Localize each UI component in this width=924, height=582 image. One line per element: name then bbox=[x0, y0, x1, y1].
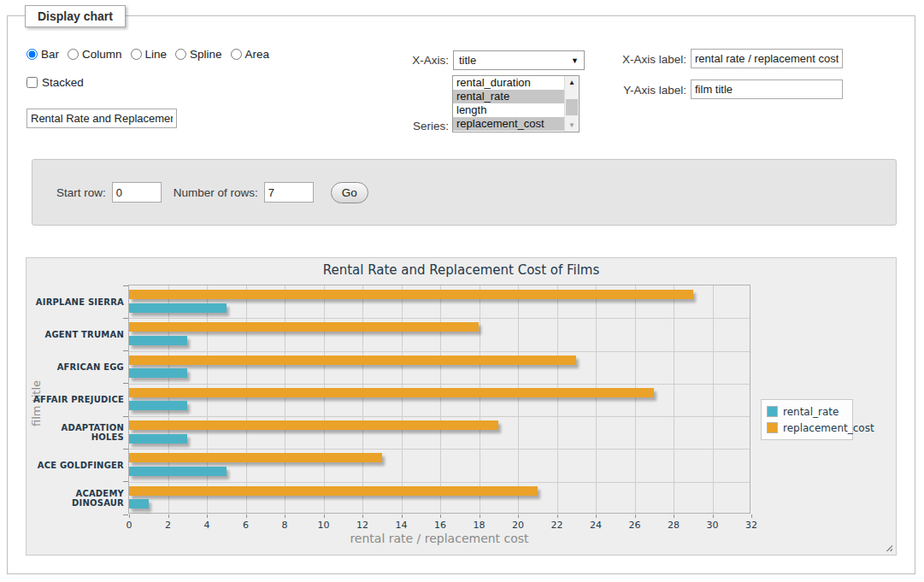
gridline-vertical bbox=[207, 285, 208, 513]
gridline-vertical bbox=[635, 285, 636, 513]
gridline-horizontal bbox=[129, 384, 750, 385]
chart-type-option-area[interactable]: Area bbox=[231, 48, 270, 61]
x-tick-label: 20 bbox=[505, 520, 531, 531]
chart-type-label-bar: Bar bbox=[41, 48, 59, 61]
x-tick-mark bbox=[518, 514, 519, 518]
bar-replacement_cost bbox=[129, 388, 654, 397]
chart-type-option-line[interactable]: Line bbox=[131, 48, 168, 61]
gridline-vertical bbox=[596, 285, 597, 513]
series-option-replacement_cost[interactable]: replacement_cost bbox=[453, 117, 564, 131]
start-row-input[interactable] bbox=[112, 182, 162, 203]
fieldset-legend: Display chart bbox=[25, 5, 126, 27]
chart-legend: rental_ratereplacement_cost bbox=[761, 399, 853, 440]
num-rows-input[interactable] bbox=[264, 182, 314, 203]
chart-title-input[interactable] bbox=[26, 109, 177, 128]
gridline-vertical bbox=[324, 285, 325, 513]
x-tick-mark bbox=[362, 514, 363, 518]
x-tick-label: 28 bbox=[661, 520, 686, 531]
bar-rental_rate bbox=[129, 401, 187, 410]
bar-replacement_cost bbox=[129, 420, 498, 430]
gridline-horizontal bbox=[129, 318, 750, 319]
chart-type-radio-column[interactable] bbox=[68, 49, 79, 60]
gridline-vertical bbox=[674, 285, 674, 513]
chart-type-option-column[interactable]: Column bbox=[68, 48, 122, 61]
category-label: AIRPLANE SIERRA bbox=[28, 285, 124, 318]
bar-replacement_cost bbox=[129, 322, 479, 332]
stacked-label: Stacked bbox=[42, 76, 84, 89]
x-tick-mark bbox=[129, 514, 130, 518]
gridline-vertical bbox=[713, 285, 714, 513]
x-tick-label: 18 bbox=[467, 520, 492, 531]
chart-type-label-column: Column bbox=[82, 48, 122, 61]
bar-replacement_cost bbox=[129, 486, 538, 496]
x-tick-label: 4 bbox=[194, 520, 220, 531]
x-tick-mark bbox=[557, 514, 558, 518]
series-option-length[interactable]: length bbox=[453, 103, 564, 117]
gridline-vertical bbox=[285, 285, 285, 513]
x-axis-select[interactable]: title ▼ bbox=[453, 50, 585, 70]
x-tick-label: 14 bbox=[389, 520, 415, 531]
x-tick-label: 22 bbox=[544, 520, 570, 531]
y-axis-label-input[interactable] bbox=[691, 79, 843, 99]
chart-type-radio-spline[interactable] bbox=[175, 49, 186, 60]
chart-type-label-spline: Spline bbox=[190, 48, 222, 61]
dropdown-arrow-icon: ▼ bbox=[571, 56, 579, 65]
resize-handle-icon[interactable] bbox=[884, 543, 892, 551]
gridline-horizontal bbox=[129, 482, 750, 483]
bar-replacement_cost bbox=[129, 290, 693, 299]
bar-rental_rate bbox=[129, 368, 187, 378]
series-label-text: Series: bbox=[392, 120, 449, 132]
category-label: ACE GOLDFINGER bbox=[28, 449, 124, 481]
bar-rental_rate bbox=[129, 499, 149, 509]
x-tick-label: 12 bbox=[350, 520, 375, 531]
chart-type-radio-line[interactable] bbox=[131, 49, 142, 60]
x-tick-mark bbox=[285, 514, 285, 518]
gridline-vertical bbox=[168, 285, 169, 513]
display-chart-fieldset: Display chart BarColumnLineSplineArea St… bbox=[7, 15, 915, 574]
x-tick-mark bbox=[246, 514, 247, 518]
start-row-label: Start row: bbox=[56, 186, 106, 199]
x-axis-label-input[interactable] bbox=[691, 49, 843, 68]
legend-swatch-rental_rate bbox=[767, 406, 778, 417]
gridline-vertical bbox=[362, 285, 363, 513]
scrollbar-thumb[interactable] bbox=[566, 99, 578, 115]
chart-type-option-bar[interactable]: Bar bbox=[26, 48, 59, 61]
x-tick-mark bbox=[324, 514, 325, 518]
chart-type-label-area: Area bbox=[245, 48, 270, 61]
scroll-down-icon[interactable]: ▼ bbox=[565, 119, 579, 132]
go-button[interactable]: Go bbox=[331, 182, 368, 203]
chart-type-radio-area[interactable] bbox=[231, 49, 242, 60]
scroll-up-icon[interactable]: ▲ bbox=[565, 76, 579, 89]
x-tick-mark bbox=[402, 514, 403, 518]
category-label: ACADEMY DINOSAUR bbox=[28, 482, 124, 514]
x-tick-label: 30 bbox=[700, 520, 726, 531]
x-tick-label: 8 bbox=[272, 520, 297, 531]
chart-type-radio-bar[interactable] bbox=[26, 49, 38, 60]
legend-item-replacement_cost: replacement_cost bbox=[767, 420, 847, 436]
x-tick-label: 26 bbox=[622, 520, 648, 531]
stacked-checkbox[interactable] bbox=[26, 77, 38, 88]
chart-type-option-spline[interactable]: Spline bbox=[175, 48, 222, 61]
chart-x-axis-name: rental rate / replacement cost bbox=[128, 532, 750, 545]
series-option-rental_rate[interactable]: rental_rate bbox=[453, 90, 564, 103]
x-tick-label: 2 bbox=[156, 520, 181, 531]
x-tick-mark bbox=[168, 514, 169, 518]
x-tick-mark bbox=[440, 514, 441, 518]
series-option-rental_duration[interactable]: rental_duration bbox=[453, 76, 564, 90]
legend-label-replacement_cost: replacement_cost bbox=[783, 422, 874, 434]
gridline-horizontal bbox=[129, 449, 750, 450]
legend-swatch-replacement_cost bbox=[767, 422, 778, 433]
x-tick-mark bbox=[674, 514, 674, 518]
bar-rental_rate bbox=[129, 336, 187, 345]
x-tick-label: 32 bbox=[739, 520, 764, 531]
rows-panel: Start row: Number of rows: Go bbox=[32, 159, 897, 226]
x-axis-label-field-label: X-Axis label: bbox=[611, 53, 686, 66]
chart-type-radios: BarColumnLineSplineArea bbox=[26, 48, 269, 61]
stacked-option[interactable]: Stacked bbox=[26, 76, 84, 89]
plot-area: 02468101214161820222426283032AIRPLANE SI… bbox=[128, 285, 750, 514]
chart-type-label-line: Line bbox=[145, 48, 168, 61]
chart-container: Rental Rate and Replacement Cost of Film… bbox=[26, 257, 897, 556]
listbox-scrollbar[interactable]: ▲ ▼ bbox=[564, 76, 579, 132]
series-listbox[interactable]: ▲ ▼ rental_durationrental_ratelengthrepl… bbox=[452, 75, 580, 132]
gridline-vertical bbox=[402, 285, 403, 513]
